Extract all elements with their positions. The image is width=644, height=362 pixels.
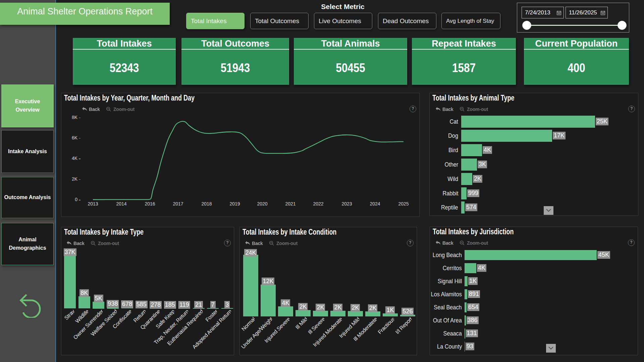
svg-text:I/I Report: I/I Report [394,316,412,335]
svg-text:Adopted Animal Return: Adopted Animal Return [191,308,231,350]
